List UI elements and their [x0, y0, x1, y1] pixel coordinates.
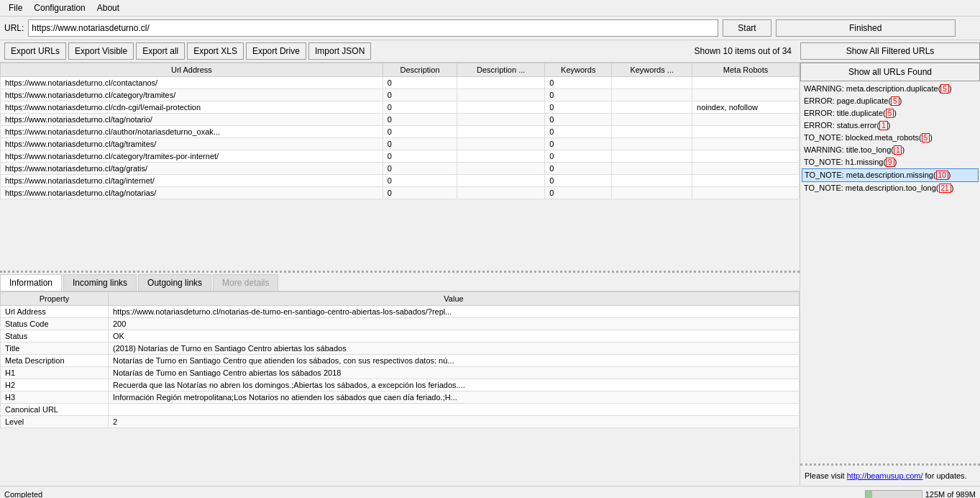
- table-row[interactable]: https://www.notariasdeturno.cl/category/…: [1, 150, 800, 163]
- table-cell: https://www.notariasdeturno.cl/tag/notar…: [1, 114, 383, 126]
- url-input[interactable]: [28, 19, 718, 37]
- table-cell: 0: [545, 89, 612, 101]
- info-row: Canonical URL: [1, 404, 800, 416]
- table-cell: [612, 126, 692, 138]
- col-desc2: Description ...: [457, 63, 545, 77]
- warning-item[interactable]: TO_NOTE: h1.missing(9): [802, 156, 979, 168]
- table-cell: [612, 114, 692, 126]
- col-kw: Keywords: [545, 63, 612, 77]
- info-cell: Recuerda que las Notarías no abren los d…: [109, 379, 800, 391]
- left-panel: Url Address Description Description ... …: [0, 63, 800, 486]
- table-cell: [612, 77, 692, 89]
- show-all-urls-button[interactable]: Show all URLs Found: [800, 63, 980, 81]
- warning-count: 1: [879, 121, 888, 130]
- table-cell: 0: [545, 150, 612, 163]
- table-row[interactable]: https://www.notariasdeturno.cl/tag/inter…: [1, 175, 800, 187]
- tab-incoming-links[interactable]: Incoming links: [63, 274, 137, 291]
- table-cell: [612, 101, 692, 114]
- warning-count: 1: [894, 145, 902, 155]
- start-button[interactable]: Start: [723, 19, 771, 37]
- visit-text-after: for updates.: [922, 471, 966, 480]
- table-cell: [692, 163, 800, 175]
- table-cell: https://www.notariasdeturno.cl/category/…: [1, 89, 383, 101]
- info-cell: Información Región metropolitana;Los Not…: [109, 391, 800, 404]
- visit-link[interactable]: http://beamusup.com/: [847, 471, 923, 480]
- warning-item[interactable]: WARNING: title.too_long(1): [802, 144, 979, 156]
- info-cell: 200: [109, 318, 800, 330]
- table-cell: 0: [383, 138, 457, 150]
- info-row: Url Addresshttps://www.notariasdeturno.c…: [1, 306, 800, 318]
- info-row: StatusOK: [1, 330, 800, 343]
- warning-count: 5: [891, 96, 899, 106]
- finished-button: Finished: [776, 19, 956, 37]
- warning-item[interactable]: TO_NOTE: meta.description.missing(10): [802, 168, 979, 182]
- info-col-property: Property: [1, 292, 109, 306]
- table-cell: [692, 89, 800, 101]
- info-row: Title(2018) Notarías de Turno en Santiag…: [1, 343, 800, 355]
- export-all-button[interactable]: Export all: [136, 42, 185, 60]
- menu-about[interactable]: About: [91, 1, 125, 14]
- table-row[interactable]: https://www.notariasdeturno.cl/tag/trami…: [1, 138, 800, 150]
- table-cell: https://www.notariasdeturno.cl/tag/notar…: [1, 187, 383, 199]
- table-cell: noindex, nofollow: [692, 101, 800, 114]
- table-cell: 0: [383, 101, 457, 114]
- tab-more-details[interactable]: More details: [213, 274, 278, 291]
- export-xls-button[interactable]: Export XLS: [187, 42, 244, 60]
- table-cell: [692, 114, 800, 126]
- warning-item[interactable]: ERROR: page.duplicate(5): [802, 95, 979, 107]
- tab-outgoing-links[interactable]: Outgoing links: [138, 274, 211, 291]
- menu-configuration[interactable]: Configuration: [28, 1, 91, 14]
- export-drive-button[interactable]: Export Drive: [246, 42, 306, 60]
- menu-file[interactable]: File: [3, 1, 28, 14]
- memory-bar: 125M of 989M: [865, 490, 976, 499]
- table-cell: 0: [545, 114, 612, 126]
- info-cell: [109, 404, 800, 416]
- col-desc: Description: [383, 63, 457, 77]
- status-text: Completed: [4, 490, 42, 499]
- table-cell: [457, 77, 545, 89]
- table-cell: https://www.notariasdeturno.cl/contactan…: [1, 77, 383, 89]
- tab-information[interactable]: Information: [0, 274, 62, 291]
- info-col-value: Value: [109, 292, 800, 306]
- table-cell: [692, 77, 800, 89]
- info-row: Status Code200: [1, 318, 800, 330]
- info-cell: H3: [1, 391, 109, 404]
- show-filtered-button[interactable]: Show All Filtered URLs: [800, 42, 980, 60]
- info-panel[interactable]: Property Value Url Addresshttps://www.no…: [0, 291, 800, 486]
- table-cell: 0: [383, 126, 457, 138]
- url-table-container[interactable]: Url Address Description Description ... …: [0, 63, 800, 273]
- warning-item[interactable]: TO_NOTE: meta.description.too_long(21): [802, 182, 979, 194]
- table-row[interactable]: https://www.notariasdeturno.cl/author/no…: [1, 126, 800, 138]
- table-row[interactable]: https://www.notariasdeturno.cl/tag/notar…: [1, 187, 800, 199]
- table-cell: 0: [545, 138, 612, 150]
- import-json-button[interactable]: Import JSON: [308, 42, 371, 60]
- table-row[interactable]: https://www.notariasdeturno.cl/tag/notar…: [1, 114, 800, 126]
- table-row[interactable]: https://www.notariasdeturno.cl/cdn-cgi/l…: [1, 101, 800, 114]
- table-cell: [457, 163, 545, 175]
- warning-count: 5: [922, 133, 930, 142]
- visit-text-before: Please visit: [805, 471, 847, 480]
- table-cell: [457, 114, 545, 126]
- table-row[interactable]: https://www.notariasdeturno.cl/contactan…: [1, 77, 800, 89]
- info-cell: Title: [1, 343, 109, 355]
- warnings-panel[interactable]: WARNING: meta.description.duplicate(5)ER…: [800, 81, 980, 466]
- table-cell: 0: [545, 101, 612, 114]
- table-cell: 0: [383, 77, 457, 89]
- warning-item[interactable]: TO_NOTE: blocked.meta_robots(5): [802, 132, 979, 144]
- memory-progress: [865, 490, 922, 499]
- table-row[interactable]: https://www.notariasdeturno.cl/category/…: [1, 89, 800, 101]
- info-cell: Status: [1, 330, 109, 343]
- info-cell: 2: [109, 416, 800, 428]
- export-urls-button[interactable]: Export URLs: [4, 42, 66, 60]
- statusbar: Completed 125M of 989M: [0, 486, 980, 498]
- info-cell: Notarías de Turno en Santiago Centro que…: [109, 355, 800, 367]
- info-cell: Status Code: [1, 318, 109, 330]
- warning-item[interactable]: WARNING: meta.description.duplicate(5): [802, 83, 979, 95]
- export-visible-button[interactable]: Export Visible: [68, 42, 134, 60]
- table-row[interactable]: https://www.notariasdeturno.cl/tag/grati…: [1, 163, 800, 175]
- table-cell: 0: [545, 77, 612, 89]
- warning-count: 9: [886, 158, 894, 167]
- warning-item[interactable]: ERROR: title.duplicate(5): [802, 107, 979, 119]
- warning-item[interactable]: ERROR: status.error(1): [802, 119, 979, 132]
- table-cell: https://www.notariasdeturno.cl/tag/inter…: [1, 175, 383, 187]
